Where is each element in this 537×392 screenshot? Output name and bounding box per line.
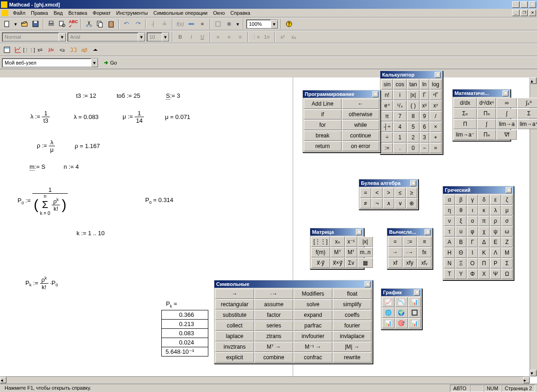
- cut-button[interactable]: [84, 19, 94, 29]
- palette-item[interactable]: Β: [455, 237, 466, 247]
- palette-item[interactable]: 8: [407, 111, 419, 121]
- web-dropdown-button[interactable]: ▾: [91, 59, 98, 67]
- palette-item[interactable]: ρ: [490, 216, 501, 226]
- palette-item[interactable]: ∇f: [496, 130, 517, 140]
- palette-item[interactable]: |x|: [358, 237, 373, 247]
- palette-item[interactable]: ν: [444, 216, 455, 226]
- close-icon[interactable]: ✕: [410, 180, 416, 186]
- component3-button[interactable]: ▾: [235, 19, 241, 29]
- palette-item[interactable]: |M| →: [333, 342, 372, 352]
- matrix-palette-button[interactable]: [⋮⋮]: [24, 45, 34, 55]
- graph-palette-title[interactable]: График✕: [381, 289, 422, 296]
- expr-k-range[interactable]: k := 1 .. 10: [77, 230, 105, 237]
- palette-item[interactable]: ∧: [383, 198, 394, 208]
- palette-item[interactable]: λ: [490, 205, 501, 215]
- palette-item[interactable]: 7: [393, 111, 407, 121]
- palette-item[interactable]: κ: [478, 205, 490, 215]
- pk-result-table[interactable]: 0.366 0.213 0.083 0.024 5.648·10⁻³: [161, 310, 208, 356]
- programming-palette-title[interactable]: Программирование✕: [303, 90, 380, 98]
- font-combo[interactable]: Arial ▾: [67, 32, 146, 42]
- palette-item[interactable]: =: [360, 188, 371, 198]
- palette-item[interactable]: δ: [478, 195, 490, 205]
- palette-item[interactable]: ▦: [358, 258, 373, 268]
- palette-item[interactable]: Σₙ: [454, 108, 477, 119]
- palette-item[interactable]: lim→a: [496, 119, 517, 129]
- matrix-palette-title[interactable]: Матрица✕: [310, 228, 364, 236]
- palette-item[interactable]: x⁻¹: [345, 237, 357, 247]
- palette-item[interactable]: ∫: [496, 108, 517, 119]
- expr-m[interactable]: m:= S: [30, 163, 45, 170]
- palette-item[interactable]: eˣ: [381, 101, 393, 111]
- palette-item[interactable]: π: [381, 111, 393, 121]
- palette-item[interactable]: ×: [430, 122, 442, 132]
- underline-button[interactable]: U: [197, 32, 207, 42]
- palette-item[interactable]: ln: [420, 79, 429, 89]
- palette-item[interactable]: break: [304, 131, 342, 141]
- palette-item[interactable]: float: [333, 289, 372, 299]
- palette-item[interactable]: =: [430, 143, 442, 153]
- symbolic-palette[interactable]: Символьные✕ →∙→Modifiersfloatrectangular…: [214, 280, 373, 364]
- scroll-left-button[interactable]: ◂: [0, 377, 6, 383]
- close-icon[interactable]: ✕: [435, 72, 441, 78]
- palette-item[interactable]: solve: [294, 299, 332, 309]
- palette-item[interactable]: 📊: [408, 297, 421, 307]
- palette-item[interactable]: Α: [444, 237, 455, 247]
- palette-item[interactable]: i: [393, 90, 407, 100]
- palette-item[interactable]: 6: [420, 122, 429, 132]
- palette-item[interactable]: ⁿΓ: [430, 90, 442, 100]
- palette-item[interactable]: f(m): [311, 247, 330, 257]
- palette-item[interactable]: ∫ₐᵇ: [517, 98, 537, 108]
- calculus-palette-button[interactable]: ∫dx: [46, 45, 56, 55]
- palette-item[interactable]: :=: [403, 237, 417, 247]
- palette-item[interactable]: series: [254, 321, 293, 331]
- palette-item[interactable]: |x|: [407, 90, 419, 100]
- palette-item[interactable]: ∫: [477, 119, 496, 129]
- menu-window[interactable]: Окно: [210, 9, 228, 17]
- palette-item[interactable]: invlaplace: [333, 331, 372, 341]
- palette-item[interactable]: expand: [294, 310, 332, 320]
- palette-item[interactable]: /: [430, 111, 442, 121]
- palette-item[interactable]: →: [215, 289, 254, 299]
- palette-item[interactable]: 5: [407, 122, 419, 132]
- new-dropdown[interactable]: ▾: [13, 19, 18, 29]
- palette-item[interactable]: laplace: [215, 331, 254, 341]
- subscript-button[interactable]: x₂: [289, 32, 299, 42]
- fx-button[interactable]: f(x): [175, 19, 185, 29]
- scroll-right-button[interactable]: ▸: [523, 377, 530, 383]
- new-button[interactable]: [2, 19, 12, 29]
- scroll-up-button[interactable]: ▴: [530, 77, 537, 84]
- go-button[interactable]: Go: [100, 58, 120, 68]
- style-dropdown-button[interactable]: ▾: [59, 33, 66, 42]
- component-button[interactable]: [213, 19, 223, 29]
- palette-item[interactable]: Σ: [502, 258, 513, 268]
- close-icon[interactable]: ✕: [502, 90, 508, 96]
- palette-item[interactable]: xₙ: [330, 237, 345, 247]
- menu-view[interactable]: Вид: [51, 9, 65, 17]
- expr-p0[interactable]: P0 := 1 ( n Σ k = 0 ρk k! ): [18, 186, 68, 216]
- expr-lambda-val[interactable]: λ = 0.083: [74, 113, 99, 120]
- greek-palette-button[interactable]: αβ: [79, 45, 89, 55]
- palette-item[interactable]: Ζ: [502, 237, 513, 247]
- spellcheck-button[interactable]: ABC✓: [68, 19, 78, 29]
- palette-item[interactable]: Modifiers: [294, 289, 332, 299]
- palette-item[interactable]: Add Line: [304, 99, 342, 109]
- palette-item[interactable]: 1: [393, 132, 407, 143]
- palette-item[interactable]: Mᵀ: [330, 247, 345, 257]
- graph-palette-button[interactable]: [13, 45, 23, 55]
- eval-palette[interactable]: Вычисле...✕ =:=≡→∙→fxxfxfyxfᵧ: [387, 228, 433, 269]
- palette-item[interactable]: Ε: [490, 237, 501, 247]
- palette-item[interactable]: .: [393, 143, 407, 153]
- palette-item[interactable]: Γ: [420, 90, 429, 100]
- doc-restore-button[interactable]: ❐: [520, 10, 528, 16]
- palette-item[interactable]: +: [430, 132, 442, 143]
- expr-lambda-def[interactable]: λ := 1t3: [30, 110, 50, 124]
- palette-item[interactable]: tan: [407, 79, 419, 89]
- calc-button[interactable]: =: [197, 19, 207, 29]
- palette-item[interactable]: [⋮⋮]: [311, 237, 330, 247]
- palette-item[interactable]: 🌐: [382, 308, 395, 318]
- math-palette-title[interactable]: Математиче...✕: [453, 89, 510, 97]
- palette-item[interactable]: ∙→: [254, 289, 293, 299]
- eval-palette-button[interactable]: x=: [35, 45, 45, 55]
- palette-item[interactable]: otherwise: [342, 109, 380, 119]
- bold-button[interactable]: B: [175, 32, 185, 42]
